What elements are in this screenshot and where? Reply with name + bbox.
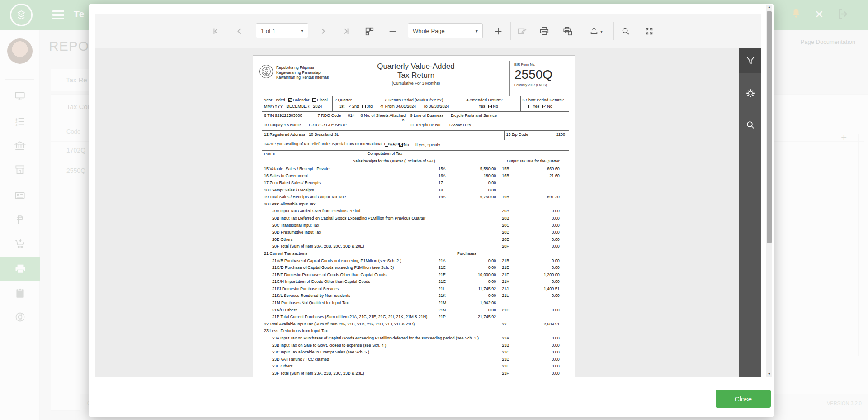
row-amount: 21.60	[521, 173, 560, 178]
form-row: 23D VAT Refund / TCC claimed23D0.00	[262, 356, 569, 363]
row-label: 17 Zero Rated Sales / Receipts	[264, 181, 439, 185]
fiscal-checkbox	[312, 98, 316, 102]
form-row: 21K/L Services Rendered by Non-residents…	[262, 292, 569, 300]
row-code: 15B	[502, 167, 521, 171]
row-code: 16B	[502, 173, 521, 178]
row-amount: 0.00	[521, 258, 560, 263]
row-amount: 0.00	[521, 279, 560, 284]
first-page-icon[interactable]	[211, 26, 222, 37]
scroll-up-icon[interactable]: ▲	[766, 5, 772, 10]
row-label: 21P Total Current Purchases (Sum of Item…	[264, 315, 439, 319]
settings-gear-icon[interactable]	[739, 81, 761, 105]
form-row: 23A Input Tax on Purchases of Capital Go…	[262, 334, 569, 342]
row-amount: 0.00	[521, 237, 560, 242]
row-code: 23E	[502, 364, 521, 368]
row-label: 20A Input Tax Carried Over from Previous…	[264, 209, 502, 213]
row-code: 19B	[502, 195, 521, 199]
part2-header: Part II Computation of Tax	[262, 151, 569, 157]
zoom-out-icon[interactable]	[387, 26, 398, 37]
row-amount: 1,409.51	[521, 286, 560, 291]
form-row: 21A/B Purchase of Capital Goods not exce…	[262, 257, 569, 264]
q3-checkbox	[362, 105, 366, 108]
row-label: 21E/F Domestic Purchases of Goods Other …	[264, 272, 439, 277]
annotate-icon[interactable]	[517, 26, 528, 37]
chevron-down-icon: ▾	[301, 28, 303, 34]
row-amount: 0.00	[521, 223, 560, 228]
zoom-mode-dropdown[interactable]: Whole Page▾	[408, 23, 483, 38]
short-no-checkbox	[542, 105, 546, 108]
row-amount: 0.00	[521, 350, 560, 354]
row-label: 20F Total (Sum of Item 20A, 20B, 20C, 20…	[264, 244, 502, 248]
scroll-down-icon[interactable]: ▼	[766, 372, 772, 377]
row-code: 21N	[439, 308, 459, 312]
chevron-down-icon: ▾	[475, 28, 478, 34]
zoom-mode-value: Whole Page	[413, 28, 445, 34]
row-label: 18 Exempt Sales / Receipts	[264, 188, 439, 192]
row-amount: 0.00	[521, 293, 560, 298]
row-amount: 1,200.00	[521, 272, 560, 277]
row-code: 20F	[502, 244, 521, 248]
row-label: 20B Input Tax Deferred on Capital Goods …	[264, 216, 502, 220]
q2-checkbox	[348, 105, 351, 108]
form-row: 19 Total Sales / Receipts and Output Tax…	[262, 193, 569, 200]
export-icon[interactable]: ▾	[587, 26, 605, 37]
form-row: 23E Others23E0.00	[262, 363, 569, 370]
row-amount: 0.00	[521, 371, 560, 376]
row-label: 21A/B Purchase of Capital Goods not exce…	[264, 258, 439, 263]
row-label: 21G/H Importation of Goods Other than Ca…	[264, 279, 439, 284]
purchases-header: Purchases	[457, 251, 476, 256]
viewer-toolbar: 1 of 1▾ Whole Page▾	[95, 14, 761, 48]
form-row: 20B Input Tax Deferred on Capital Goods …	[262, 215, 569, 222]
modal-scrollbar: ▲ ▼	[766, 5, 772, 377]
row-label: 16 Sales to Government	[264, 173, 439, 178]
row-amount: 180.00	[459, 173, 496, 178]
print-all-icon[interactable]	[562, 26, 573, 37]
form-row: 12 Registered Address10 Swaziland St. 13…	[262, 131, 569, 140]
row-code: 23C	[502, 350, 521, 354]
row-amount: 10,000.00	[459, 272, 496, 277]
form-number-box: BIR Form No. 2550Q February 2007 (ENCS)	[509, 61, 569, 96]
short-yes-checkbox	[528, 105, 532, 108]
zoom-in-icon[interactable]	[493, 26, 504, 37]
search-icon[interactable]	[620, 26, 631, 37]
q1-checkbox	[335, 105, 338, 108]
form-row: 20 Less: Allowable Input Tax	[262, 200, 569, 208]
thumbnails-icon[interactable]	[364, 26, 375, 37]
row-code: 20D	[502, 230, 521, 234]
row-code: 21D	[502, 265, 521, 270]
form-row: 20A Input Tax Carried Over from Previous…	[262, 208, 569, 215]
next-page-icon[interactable]	[317, 26, 328, 37]
close-button[interactable]: Close	[716, 390, 771, 408]
row-label: 23F Total (Sum of Item 23A, 23B, 23C, 23…	[264, 371, 502, 376]
fullscreen-icon[interactable]	[644, 26, 655, 37]
row-amount: 0.00	[459, 279, 496, 284]
last-page-icon[interactable]	[340, 26, 351, 37]
page-indicator-dropdown[interactable]: 1 of 1▾	[256, 23, 308, 38]
screen: Te ✕ 123	[0, 0, 868, 420]
row-amount: 0.00	[459, 258, 496, 263]
report-viewer-modal: 1 of 1▾ Whole Page▾	[89, 4, 774, 417]
row-amount: 0.00	[521, 357, 560, 362]
previous-page-icon[interactable]	[234, 26, 245, 37]
form-row: 18 Exempt Sales / Receipts180.00	[262, 186, 569, 194]
form-row: 15 Vatable -Sales / Receipt - Private15A…	[262, 165, 569, 172]
row-label: 23E Others	[264, 364, 502, 368]
row-label: 21 Current Transactions	[264, 251, 560, 256]
scrollbar-thumb[interactable]	[767, 11, 772, 243]
filter-icon[interactable]	[739, 48, 761, 73]
row-label: 20E Others	[264, 237, 502, 242]
q4-checkbox	[376, 105, 379, 108]
row-code: 23F	[502, 371, 521, 376]
row-amount: 0.00	[521, 336, 560, 340]
form-row: 21G/H Importation of Goods Other than Ca…	[262, 278, 569, 286]
row-label: 23B Input Tax on Sale to Gov't. closed t…	[264, 343, 502, 348]
row-code: 21M	[439, 301, 459, 305]
row-code: 15A	[439, 167, 459, 171]
row-label: 20C Transitional Input Tax	[264, 223, 502, 228]
row-label: 20 Less: Allowable Input Tax	[264, 202, 560, 206]
side-search-icon[interactable]	[739, 113, 761, 137]
print-icon[interactable]	[539, 26, 550, 37]
row-label: 21I/J Domestic Purchase of Services	[264, 286, 439, 291]
form-row: 20C Transitional Input Tax20C0.00	[262, 222, 569, 229]
relief-yes-checkbox	[385, 143, 388, 147]
